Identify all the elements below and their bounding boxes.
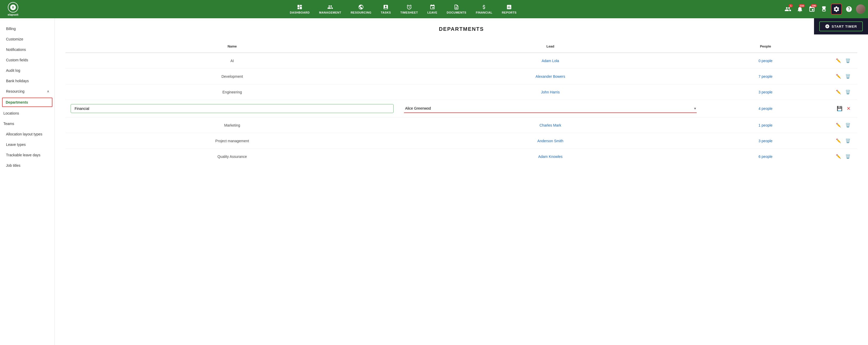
- table-row-actions: ✏️ 🗑️: [829, 133, 857, 149]
- table-row-name: Engineering: [65, 84, 399, 100]
- nav-dashboard[interactable]: DASHBOARD: [285, 2, 314, 16]
- edit-name-input[interactable]: [71, 104, 394, 113]
- delete-row-button[interactable]: 🗑️: [844, 73, 852, 80]
- resourcing-chevron: ∧: [47, 89, 49, 93]
- people-count[interactable]: 0 people: [758, 59, 773, 63]
- edit-row-button[interactable]: ✏️: [834, 122, 843, 128]
- lead-link[interactable]: Alexander Bowers: [535, 75, 565, 79]
- lead-link[interactable]: Adam Lola: [542, 59, 559, 63]
- edit-row-button[interactable]: ✏️: [834, 137, 843, 144]
- delete-row-button[interactable]: 🗑️: [844, 57, 852, 64]
- edit-row-button[interactable]: ✏️: [834, 57, 843, 64]
- sidebar-item-job-titles[interactable]: Job titles: [0, 160, 55, 171]
- delete-row-button[interactable]: 🗑️: [844, 137, 852, 144]
- nav-leave[interactable]: LEAVE: [423, 2, 442, 16]
- table-row-lead: Alexander Bowers: [399, 69, 702, 84]
- table-row-actions: ✏️ 🗑️: [829, 84, 857, 100]
- sidebar-item-custom-fields[interactable]: Custom fields: [0, 55, 55, 65]
- edit-row-button[interactable]: ✏️: [834, 153, 843, 160]
- col-header-actions: [829, 40, 857, 53]
- table-row-name: Development: [65, 69, 399, 84]
- nav-timesheet[interactable]: TIMESHEET: [396, 2, 423, 16]
- edit-row-button[interactable]: ✏️: [834, 88, 843, 95]
- table-row-name: Marketing: [65, 117, 399, 133]
- top-nav: elapseit DASHBOARD MANAGEMENT RESOURCING…: [0, 0, 868, 18]
- col-header-lead: Lead: [399, 40, 702, 53]
- people-count[interactable]: 4 people: [758, 107, 773, 111]
- table-row-lead: Adam Knowles: [399, 149, 702, 165]
- page-title: DEPARTMENTS: [65, 26, 858, 32]
- people-badge: 1: [789, 4, 793, 7]
- table-row-name: Quality Assurance: [65, 149, 399, 165]
- table-row-lead-edit: ▼: [399, 100, 702, 117]
- people-count[interactable]: 3 people: [758, 139, 773, 143]
- logo[interactable]: elapseit: [3, 2, 24, 16]
- lead-link[interactable]: Adam Knowles: [538, 154, 562, 159]
- table-row-people: 7 people: [702, 69, 829, 84]
- nav-right: 1 216 106: [783, 4, 865, 15]
- sidebar-item-notifications[interactable]: Notifications: [0, 45, 55, 55]
- calendar-icon-btn[interactable]: 106: [807, 4, 817, 14]
- settings-icon-btn[interactable]: [831, 4, 842, 15]
- sidebar-item-leave-types[interactable]: Leave types: [0, 139, 55, 150]
- delete-row-button[interactable]: 🗑️: [844, 88, 852, 95]
- nav-management[interactable]: MANAGEMENT: [314, 2, 346, 16]
- nav-resourcing[interactable]: RESOURCING: [346, 2, 376, 16]
- save-row-button[interactable]: 💾: [835, 105, 844, 113]
- lead-link[interactable]: Anderson Smith: [537, 139, 563, 143]
- main-content: DEPARTMENTS Name Lead People AI Adam Lol…: [55, 18, 868, 345]
- table-row-actions: ✏️ 🗑️: [829, 117, 857, 133]
- sidebar-item-departments[interactable]: Departments: [2, 97, 53, 107]
- table-row-lead: Anderson Smith: [399, 133, 702, 149]
- nav-items: DASHBOARD MANAGEMENT RESOURCING TASKS TI…: [24, 2, 783, 16]
- table-row-actions: 💾 ✕: [829, 100, 857, 117]
- people-count[interactable]: 7 people: [758, 75, 773, 79]
- col-header-people: People: [702, 40, 829, 53]
- delete-row-button[interactable]: 🗑️: [844, 153, 852, 160]
- sidebar-item-teams[interactable]: Teams: [0, 118, 55, 129]
- nav-documents[interactable]: DOCUMENTS: [442, 2, 471, 16]
- lead-link[interactable]: Charles Mark: [539, 123, 561, 127]
- table-row-name: Project management: [65, 133, 399, 149]
- sidebar-item-trackable-leave-days[interactable]: Trackable leave days: [0, 150, 55, 160]
- cancel-row-button[interactable]: ✕: [845, 105, 852, 113]
- lead-link[interactable]: John Harris: [541, 90, 560, 94]
- edit-lead-input[interactable]: [404, 104, 696, 113]
- sidebar-item-bank-holidays[interactable]: Bank holidays: [0, 76, 55, 86]
- calendar-badge: 106: [811, 4, 817, 7]
- table-row-lead: Adam Lola: [399, 53, 702, 69]
- table-row-actions: ✏️ 🗑️: [829, 69, 857, 84]
- sidebar-item-billing[interactable]: Billing: [0, 24, 55, 34]
- people-count[interactable]: 3 people: [758, 90, 773, 94]
- table-row-name-edit: [65, 100, 399, 117]
- notifications-icon-btn[interactable]: 216: [795, 4, 805, 14]
- sidebar-item-resourcing[interactable]: Resourcing ∧: [0, 86, 55, 96]
- sidebar-item-customize[interactable]: Customize: [0, 34, 55, 45]
- start-timer-bar: START TIMER: [814, 18, 868, 34]
- notifications-badge: 216: [799, 4, 805, 7]
- people-count[interactable]: 1 people: [758, 123, 773, 127]
- people-icon-btn[interactable]: 1: [783, 4, 793, 14]
- help-icon-btn[interactable]: [844, 4, 854, 14]
- col-header-name: Name: [65, 40, 399, 53]
- people-count[interactable]: 6 people: [758, 154, 773, 159]
- table-row-people: 1 people: [702, 117, 829, 133]
- table-row-actions: ✏️ 🗑️: [829, 149, 857, 165]
- table-row-people: 0 people: [702, 53, 829, 69]
- sidebar-item-allocation-layout-types[interactable]: Allocation layout types: [0, 129, 55, 139]
- sidebar-item-locations[interactable]: Locations: [0, 108, 55, 118]
- hourglass-icon-btn[interactable]: [819, 4, 829, 14]
- sidebar-item-audit-log[interactable]: Audit log: [0, 65, 55, 76]
- edit-row-button[interactable]: ✏️: [834, 73, 843, 80]
- start-timer-button[interactable]: START TIMER: [819, 21, 863, 31]
- nav-reports[interactable]: REPORTS: [497, 2, 521, 16]
- departments-table: Name Lead People AI Adam Lola 0 people ✏…: [65, 40, 858, 165]
- delete-row-button[interactable]: 🗑️: [844, 122, 852, 128]
- avatar[interactable]: [856, 4, 865, 14]
- table-row-name: AI: [65, 53, 399, 69]
- table-row-people: 4 people: [702, 100, 829, 117]
- nav-financial[interactable]: FINANCIAL: [471, 2, 497, 16]
- table-row-people: 6 people: [702, 149, 829, 165]
- table-row-lead: John Harris: [399, 84, 702, 100]
- nav-tasks[interactable]: TASKS: [376, 2, 396, 16]
